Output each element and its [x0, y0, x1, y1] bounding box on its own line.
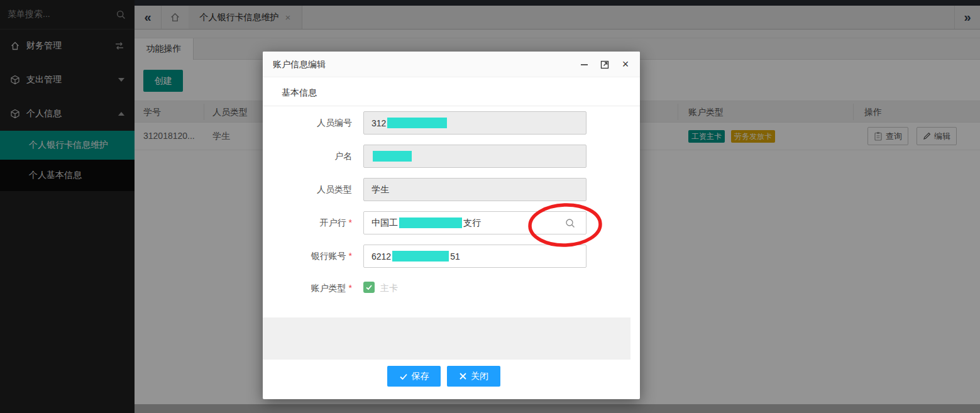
field-value: 学生 [372, 184, 389, 195]
field-value: 支行 [463, 218, 481, 229]
primary-card-checkbox[interactable] [363, 282, 375, 293]
field-value: 312 [372, 118, 386, 128]
section-title-basic-info: 基本信息 [282, 87, 317, 99]
maximize-icon[interactable] [599, 59, 610, 70]
check-icon [399, 372, 408, 381]
close-icon[interactable]: × [620, 59, 631, 70]
field-value: 中国工 [372, 218, 398, 229]
x-icon [459, 372, 467, 380]
field-label: 人员类型 [263, 178, 357, 201]
form-row-person-type: 人员类型 学生 [263, 178, 640, 201]
redaction-bar [392, 251, 449, 262]
field-label: 户名 [263, 145, 357, 168]
close-button[interactable]: 关闭 [447, 366, 500, 387]
field-label: 开户行* [263, 211, 357, 234]
red-circle-annotation [526, 200, 605, 250]
close-button-label: 关闭 [471, 371, 488, 382]
field-value: 6212 [372, 251, 391, 262]
redaction-bar [399, 218, 462, 228]
field-value: 51 [450, 251, 460, 262]
save-button-label: 保存 [412, 371, 429, 382]
form-row-person-id: 人员编号 312 [263, 111, 640, 135]
save-button[interactable]: 保存 [387, 366, 441, 387]
person-id-field: 312 [363, 111, 586, 135]
field-label: 银行账号* [263, 245, 357, 268]
account-name-field [363, 145, 586, 168]
person-type-field: 学生 [363, 178, 586, 201]
dialog-spacer [263, 317, 630, 360]
primary-card-label: 主卡 [380, 283, 398, 293]
form-row-account-name: 户名 [263, 145, 640, 168]
minimize-icon[interactable] [578, 59, 590, 70]
field-label: 人员编号 [263, 111, 357, 135]
dialog-header: 账户信息编辑 × [263, 52, 640, 77]
check-icon [365, 284, 373, 291]
redaction-bar [373, 151, 412, 162]
dialog-title: 账户信息编辑 [273, 52, 326, 77]
redaction-bar [387, 118, 447, 128]
section-divider [263, 106, 640, 106]
app-window: 菜单搜索... 财务管理 支出管理 [0, 0, 980, 413]
field-label: 账户类型* [263, 283, 357, 306]
form-row-account-type: 账户类型* 主卡 [263, 283, 640, 295]
